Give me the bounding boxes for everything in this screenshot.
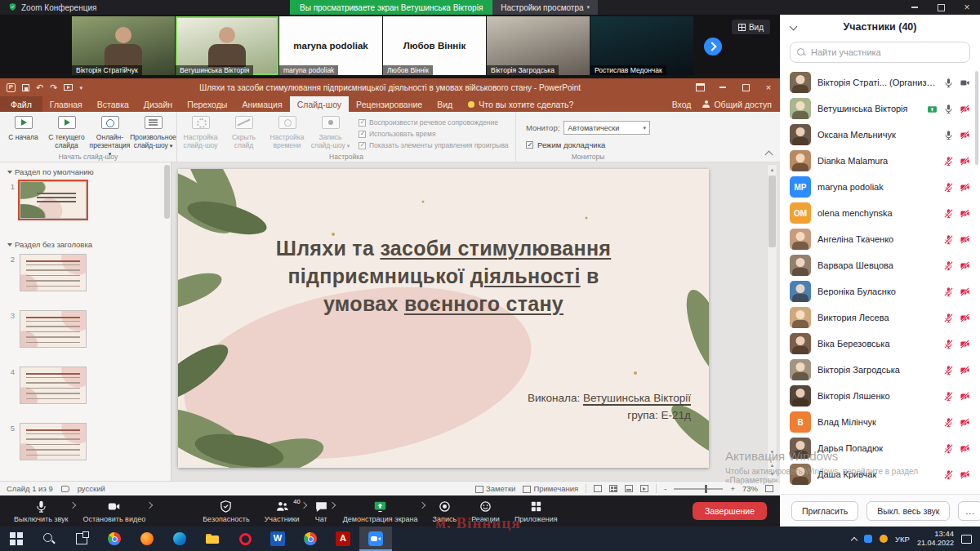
tell-me-box[interactable]: Что вы хотите сделать? — [460, 96, 581, 112]
proofing-icon[interactable] — [61, 486, 69, 492]
meeting-shield-icon[interactable] — [8, 2, 17, 13]
ribbon-tab[interactable]: Файл — [0, 96, 42, 112]
view-settings-button[interactable]: Настройки просмотра▾ — [492, 0, 598, 15]
zoom-percent[interactable]: 73% — [742, 484, 758, 493]
ribbon-tab[interactable]: Переходы — [180, 96, 234, 112]
start-button[interactable] — [0, 527, 33, 551]
participant-row[interactable]: Ветушинська Вікторія — [780, 96, 980, 122]
next-videos-button[interactable] — [704, 38, 722, 56]
participant-row[interactable]: Вікторія Загродська — [780, 357, 980, 383]
ribbon-button[interactable]: Произвольное слайд-шоу — [131, 113, 175, 158]
slideshow-view-icon[interactable] — [640, 485, 648, 492]
ribbon-button[interactable]: С начала — [2, 113, 45, 158]
share-screen-button[interactable]: Демонстрация экрана — [336, 495, 425, 527]
apps-button[interactable]: Приложения — [507, 495, 565, 527]
participant-row[interactable]: Ангеліна Ткаченко — [780, 226, 980, 252]
slide-thumbnail[interactable] — [20, 367, 87, 404]
next-slide-icon[interactable]: ▼ — [768, 469, 777, 478]
scrollbar-thumb[interactable] — [768, 176, 776, 247]
comments-toggle[interactable]: Примечания — [523, 484, 578, 493]
ppt-minimize-button[interactable] — [711, 78, 734, 96]
sign-in-link[interactable]: Вход — [672, 100, 692, 109]
ribbon-display-button[interactable] — [688, 78, 711, 96]
ribbon-tab[interactable]: Дизайн — [136, 96, 180, 112]
ribbon-button[interactable]: Скрыть слайд — [222, 113, 265, 152]
zoom-slider[interactable] — [674, 488, 723, 490]
edge-icon[interactable] — [163, 527, 196, 551]
participant-row[interactable]: MP maryna podoliak — [780, 174, 980, 200]
ribbon-tab[interactable]: Главная — [42, 96, 90, 112]
record-button[interactable]: Запись — [425, 495, 465, 527]
video-tile[interactable]: Любов Віннік Любов Віннік — [383, 16, 486, 75]
ribbon-tab[interactable]: Слайд-шоу — [290, 96, 349, 112]
zoom-app-icon[interactable] — [359, 527, 392, 551]
video-tile[interactable]: Ветушинська Вікторія — [176, 16, 278, 75]
zoom-in-button[interactable]: + — [730, 484, 735, 493]
panel-scrollbar[interactable] — [975, 71, 978, 165]
scroll-up-icon[interactable]: ▲ — [768, 165, 777, 175]
slide-thumbnail-row[interactable]: 3 — [0, 308, 171, 364]
collapse-ribbon-button[interactable] — [765, 151, 773, 159]
language-indicator[interactable]: русский — [78, 484, 105, 493]
outline-scrollbar[interactable] — [164, 165, 170, 219]
invite-button[interactable]: Пригласить — [791, 501, 858, 521]
minimize-button[interactable] — [902, 0, 928, 15]
zoom-tray-icon[interactable] — [864, 535, 872, 543]
maximize-button[interactable] — [928, 0, 954, 15]
more-options-button[interactable]: ... — [958, 501, 980, 521]
ppt-maximize-button[interactable] — [734, 78, 757, 96]
close-button[interactable]: × — [954, 0, 980, 15]
language-switcher[interactable]: УКР — [895, 535, 910, 544]
video-tile[interactable]: Вікторія Загродська — [487, 16, 590, 75]
slide[interactable]: Шляхи та засоби стимулювання підприємниц… — [178, 169, 709, 468]
ribbon-button[interactable]: Онлайн-презентация — [88, 113, 131, 158]
mute-all-button[interactable]: Выкл. весь звук — [866, 501, 950, 521]
ribbon-tab[interactable]: Вставка — [90, 96, 136, 112]
participant-row[interactable]: Dianka Malamura — [780, 148, 980, 174]
section-header[interactable]: Раздел без заголовка — [0, 235, 171, 251]
presenter-view-checkbox[interactable]: Режим докладчика — [526, 140, 650, 149]
word-icon[interactable] — [261, 527, 294, 551]
slide-thumbnail[interactable] — [20, 310, 87, 348]
participant-row[interactable]: B Влад Мілінчук — [780, 409, 980, 435]
zoom-slider-thumb[interactable] — [705, 485, 707, 493]
ribbon-button[interactable]: Настройка времени — [265, 113, 309, 152]
reactions-button[interactable]: Реакции — [464, 495, 507, 527]
search-taskbar-icon[interactable] — [33, 527, 65, 551]
monitor-dropdown[interactable]: Автоматически ▾ — [564, 121, 650, 135]
slide-thumbnail-row[interactable]: 2 — [0, 251, 171, 308]
slide-thumbnail[interactable] — [20, 181, 87, 219]
save-button[interactable] — [22, 84, 29, 91]
video-tile[interactable]: maryna podoliak maryna podoliak — [279, 16, 382, 75]
video-tile[interactable]: Вікторія Стратійчук — [72, 16, 175, 75]
participant-row[interactable]: OM olena menchynska — [780, 200, 980, 226]
participant-row[interactable]: Оксана Мельничук — [780, 122, 980, 148]
mute-button[interactable]: Выключить звук — [7, 495, 76, 527]
share-button[interactable]: Общий доступ — [702, 100, 772, 109]
tray-expand-icon[interactable] — [851, 536, 858, 543]
ribbon-tab[interactable]: Рецензирование — [349, 96, 430, 112]
notes-toggle[interactable]: Заметки — [475, 484, 515, 493]
slide-thumbnail-row[interactable]: 1 — [0, 179, 171, 235]
slide-thumbnail[interactable] — [20, 254, 87, 291]
scroll-down-icon[interactable]: ▼ — [768, 447, 777, 457]
participants-button[interactable]: 40 Участники — [257, 495, 307, 527]
participant-row[interactable]: Дарья Попадюк — [780, 435, 980, 461]
normal-view-icon[interactable] — [594, 485, 602, 492]
firefox-icon[interactable] — [131, 527, 163, 551]
end-meeting-button[interactable]: Завершение — [693, 502, 767, 520]
qat-customize-button[interactable]: ▾ — [79, 85, 82, 91]
security-button[interactable]: Безопасность — [195, 495, 256, 527]
canvas-scrollbar[interactable]: ▲ ▼ — [767, 164, 777, 458]
opera-icon[interactable] — [229, 527, 261, 551]
participant-row[interactable]: Вікторія Ляшенко — [780, 383, 980, 409]
chrome-icon[interactable] — [98, 527, 131, 551]
reading-view-icon[interactable] — [625, 485, 633, 492]
view-button[interactable]: Вид — [732, 20, 770, 34]
participant-search[interactable] — [790, 42, 970, 63]
slide-thumbnail-row[interactable]: 4 — [0, 364, 171, 420]
security-tray-icon[interactable] — [880, 535, 888, 543]
zoom-out-button[interactable]: - — [664, 484, 666, 493]
section-header[interactable]: Раздел по умолчанию — [0, 162, 171, 179]
chevron-down-icon[interactable] — [790, 23, 798, 31]
